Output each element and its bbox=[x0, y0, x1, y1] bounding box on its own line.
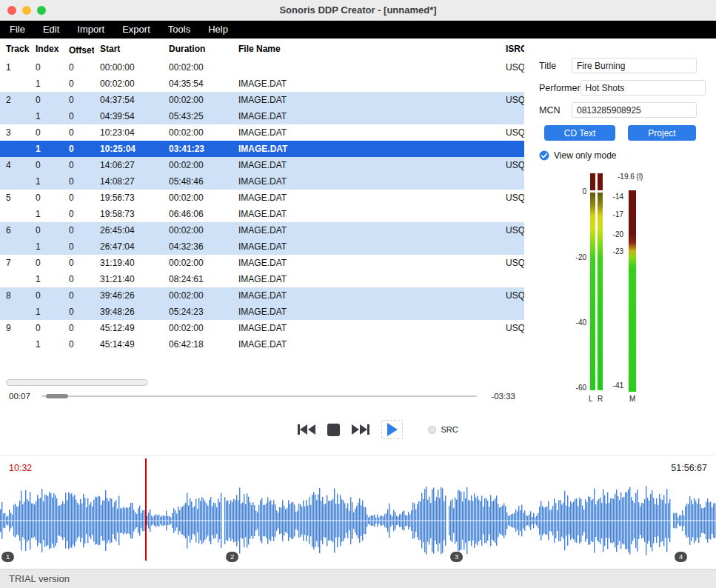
cell-file: IMAGE.DAT bbox=[232, 78, 500, 89]
table-row[interactable]: 50019:56:7300:02:00IMAGE.DATUSQ bbox=[0, 190, 524, 206]
table-row[interactable]: 30010:23:0400:02:00IMAGE.DATUSQ bbox=[0, 124, 524, 141]
meter-area: -19.6 (l) L R M 0-20-40-60-14-17-20-23-4… bbox=[524, 171, 716, 405]
cell-start: 31:21:40 bbox=[94, 274, 163, 284]
view-only-check-icon[interactable] bbox=[539, 150, 549, 161]
cell-duration: 00:02:00 bbox=[163, 290, 232, 301]
minimize-button[interactable] bbox=[22, 6, 31, 15]
waveform-track-1[interactable]: 1 bbox=[0, 486, 222, 555]
view-only-mode-label: View only mode bbox=[554, 150, 617, 161]
trial-version-text: TRIAL version bbox=[9, 573, 70, 584]
src-radio-icon[interactable] bbox=[428, 426, 436, 434]
cell-index: 0 bbox=[30, 160, 63, 170]
table-row[interactable]: 1004:39:5405:43:25IMAGE.DAT bbox=[0, 108, 524, 124]
seek-track[interactable] bbox=[41, 395, 477, 397]
track-list-pane: Track Index Offset Start Duration File N… bbox=[0, 39, 524, 404]
titlebar: Sonoris DDP Creator - [unnamed*] bbox=[0, 0, 716, 21]
cell-duration: 04:32:36 bbox=[163, 241, 232, 252]
traffic-lights bbox=[7, 6, 46, 15]
loudness-meter bbox=[629, 190, 636, 392]
next-track-button[interactable] bbox=[352, 424, 369, 435]
table-row[interactable]: 1019:58:7306:46:06IMAGE.DAT bbox=[0, 206, 524, 222]
cell-start: 19:56:73 bbox=[94, 193, 163, 203]
table-row[interactable]: 60026:45:0400:02:00IMAGE.DATUSQ bbox=[0, 222, 524, 238]
cell-start: 14:08:27 bbox=[94, 176, 163, 187]
table-row[interactable]: 1014:08:2705:48:46IMAGE.DAT bbox=[0, 173, 524, 190]
cell-offset: 0 bbox=[63, 160, 94, 170]
project-button[interactable]: Project bbox=[628, 125, 696, 141]
waveform-track-3[interactable]: 3 bbox=[449, 486, 671, 555]
stop-button[interactable] bbox=[327, 424, 340, 436]
cell-file: IMAGE.DAT bbox=[232, 307, 500, 317]
meter-bar bbox=[598, 193, 603, 390]
cell-start: 04:37:54 bbox=[94, 95, 163, 105]
column-header-isrc[interactable]: ISRC bbox=[500, 44, 524, 54]
cell-file: IMAGE.DAT bbox=[232, 193, 500, 203]
waveform-panel: 10:32 51:56:67 123456789 bbox=[0, 455, 716, 569]
table-row[interactable]: 1039:48:2605:24:23IMAGE.DAT bbox=[0, 304, 524, 320]
close-button[interactable] bbox=[7, 6, 16, 15]
cell-offset: 0 bbox=[63, 95, 94, 105]
column-header-index[interactable]: Index bbox=[30, 44, 63, 54]
table-row[interactable]: 1000:02:0004:35:54IMAGE.DAT bbox=[0, 76, 524, 92]
performer-field-row: Performer bbox=[539, 80, 697, 96]
cell-file: IMAGE.DAT bbox=[232, 209, 500, 219]
waveform-track-4[interactable]: 4 bbox=[673, 486, 716, 555]
cell-offset: 0 bbox=[63, 176, 94, 187]
table-row[interactable]: 80039:46:2600:02:00IMAGE.DATUSQ bbox=[0, 287, 524, 304]
src-toggle[interactable]: SRC bbox=[428, 425, 458, 434]
menu-item-export[interactable]: Export bbox=[113, 21, 159, 39]
cell-file: IMAGE.DAT bbox=[232, 323, 500, 333]
cell-file: IMAGE.DAT bbox=[232, 241, 500, 252]
table-row[interactable]: 90045:12:4900:02:00IMAGE.DATUSQ bbox=[0, 320, 524, 336]
previous-track-button[interactable] bbox=[298, 424, 315, 435]
horizontal-scrollbar[interactable] bbox=[0, 378, 524, 388]
performer-input[interactable] bbox=[581, 80, 706, 96]
src-label: SRC bbox=[441, 425, 458, 434]
table-row[interactable]: 1031:21:4008:24:61IMAGE.DAT bbox=[0, 271, 524, 287]
menu-item-tools[interactable]: Tools bbox=[159, 21, 199, 39]
menu-item-help[interactable]: Help bbox=[199, 21, 237, 39]
menubar: FileEditImportExportToolsHelp bbox=[0, 21, 716, 39]
seek-slider[interactable] bbox=[41, 388, 477, 404]
cell-duration: 00:02:00 bbox=[163, 62, 232, 73]
scrollbar-thumb[interactable] bbox=[6, 379, 148, 386]
column-header-duration[interactable]: Duration bbox=[163, 44, 232, 54]
column-header-start[interactable]: Start bbox=[94, 44, 163, 54]
mcn-input[interactable] bbox=[572, 102, 697, 118]
playhead-cursor[interactable] bbox=[145, 458, 147, 561]
cell-offset: 0 bbox=[63, 258, 94, 268]
cell-offset: 0 bbox=[63, 193, 94, 203]
waveform-track-2[interactable]: 2 bbox=[224, 486, 446, 555]
app-window: Sonoris DDP Creator - [unnamed*] FileEdi… bbox=[0, 0, 716, 588]
cell-duration: 00:02:00 bbox=[163, 258, 232, 268]
menu-item-edit[interactable]: Edit bbox=[34, 21, 68, 39]
cell-duration: 03:41:23 bbox=[163, 144, 232, 154]
cell-offset: 0 bbox=[63, 111, 94, 121]
table-row[interactable]: 1026:47:0404:32:36IMAGE.DAT bbox=[0, 238, 524, 255]
table-row[interactable]: 70031:19:4000:02:00IMAGE.DATUSQ bbox=[0, 255, 524, 271]
table-row[interactable]: 10000:00:0000:02:00USQ bbox=[0, 59, 524, 76]
title-input[interactable] bbox=[572, 58, 697, 73]
table-row[interactable]: 1045:14:4906:42:18IMAGE.DAT bbox=[0, 336, 524, 353]
column-header-track[interactable]: Track bbox=[0, 44, 30, 54]
table-row[interactable]: 20004:37:5400:02:00IMAGE.DATUSQ bbox=[0, 92, 524, 108]
table-row[interactable]: 40014:06:2700:02:00IMAGE.DATUSQ bbox=[0, 157, 524, 173]
main-area: Track Index Offset Start Duration File N… bbox=[0, 39, 716, 404]
column-header-offset[interactable]: Offset bbox=[63, 43, 94, 56]
table-row-selected[interactable]: 1010:25:0403:41:23IMAGE.DAT bbox=[0, 141, 524, 157]
meter-clip-zone bbox=[590, 173, 595, 190]
metadata-fields: Title Performer MCN bbox=[524, 39, 716, 118]
cell-start: 45:12:49 bbox=[94, 323, 163, 333]
seek-thumb[interactable] bbox=[46, 394, 68, 398]
waveform-position: 10:32 bbox=[9, 463, 32, 473]
column-header-file-name[interactable]: File Name bbox=[232, 44, 500, 54]
m-scale-label: -17 bbox=[604, 210, 623, 218]
cell-offset: 0 bbox=[63, 127, 94, 138]
menu-item-file[interactable]: File bbox=[1, 21, 34, 39]
waveform-graphic bbox=[224, 486, 446, 555]
play-button[interactable] bbox=[381, 420, 403, 439]
menu-item-import[interactable]: Import bbox=[68, 21, 113, 39]
cell-duration: 00:02:00 bbox=[163, 225, 232, 235]
zoom-button[interactable] bbox=[37, 6, 46, 15]
cd-text-button[interactable]: CD Text bbox=[544, 125, 615, 141]
